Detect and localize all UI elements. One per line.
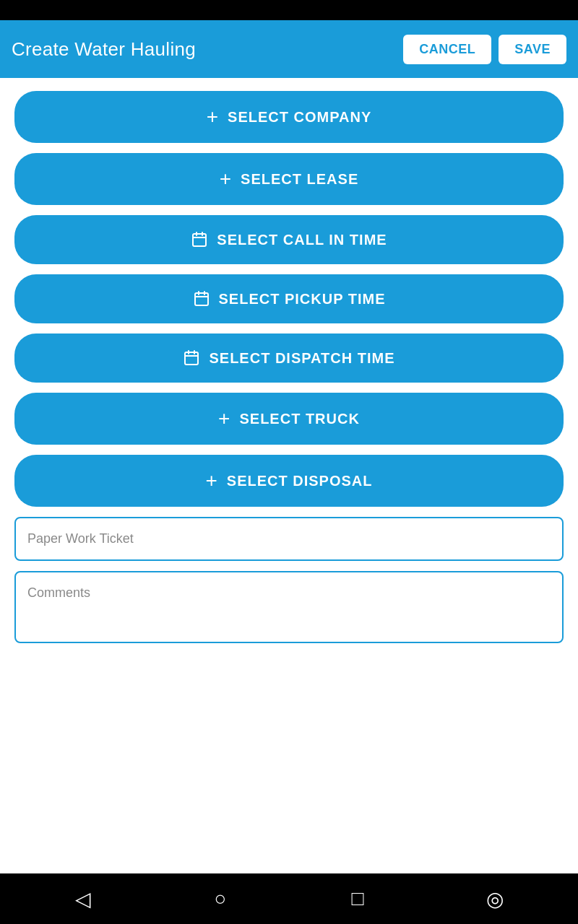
plus-icon (218, 409, 230, 429)
svg-rect-0 (193, 234, 206, 246)
assistant-icon[interactable]: ◎ (477, 881, 513, 917)
select-disposal-button[interactable]: SELECT DISPOSAL (14, 455, 564, 507)
recents-icon[interactable]: □ (340, 881, 376, 917)
header-actions: CANCEL SAVE (403, 35, 566, 64)
select-dispatch-time-button[interactable]: SELECT DISPATCH TIME (14, 334, 564, 383)
calendar-icon (191, 231, 208, 248)
header: Create Water Hauling CANCEL SAVE (0, 20, 578, 78)
calendar-icon (193, 290, 210, 308)
back-icon[interactable]: ◁ (65, 881, 101, 917)
select-truck-button[interactable]: SELECT TRUCK (14, 393, 564, 445)
select-call-in-time-button[interactable]: SELECT CALL IN TIME (14, 215, 564, 264)
plus-icon (205, 471, 217, 491)
paper-work-ticket-input[interactable] (14, 517, 564, 561)
save-button[interactable]: SAVE (499, 35, 566, 64)
nav-bar: ◁ ○ □ ◎ (0, 873, 578, 924)
main-content: SELECT COMPANY SELECT LEASE SELECT CALL … (0, 78, 578, 873)
svg-rect-8 (185, 352, 198, 365)
svg-rect-4 (195, 293, 208, 305)
select-pickup-time-button[interactable]: SELECT PICKUP TIME (14, 274, 564, 323)
page-title: Create Water Hauling (12, 38, 196, 61)
select-lease-button[interactable]: SELECT LEASE (14, 153, 564, 205)
comments-input[interactable] (14, 571, 564, 643)
select-company-button[interactable]: SELECT COMPANY (14, 91, 564, 143)
home-icon[interactable]: ○ (202, 881, 238, 917)
plus-icon (220, 169, 232, 189)
cancel-button[interactable]: CANCEL (403, 35, 491, 64)
plus-icon (207, 107, 219, 127)
calendar-icon (183, 349, 200, 367)
status-bar (0, 0, 578, 20)
